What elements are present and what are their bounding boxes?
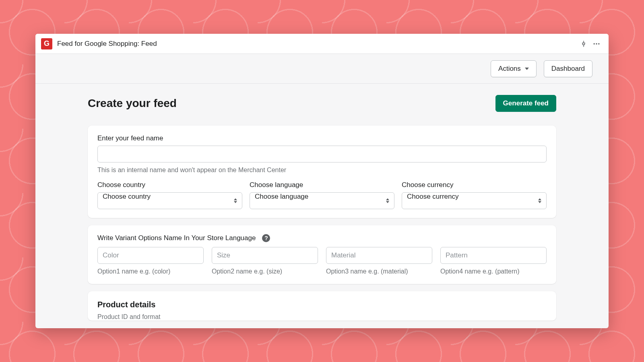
variant-option-2: Option2 name e.g. (size)	[212, 247, 318, 275]
variant-option-4-hint: Option4 name e.g. (pattern)	[440, 268, 547, 275]
variant-options-card: Write Variant Options Name In Your Store…	[88, 225, 556, 284]
toolbar: Actions Dashboard	[35, 54, 609, 84]
feed-name-label: Enter your feed name	[97, 134, 547, 142]
titlebar: G Feed for Google Shopping: Feed	[35, 34, 609, 54]
variant-option-3-input[interactable]	[326, 247, 432, 264]
variant-option-2-input[interactable]	[212, 247, 318, 264]
help-icon[interactable]: ?	[262, 234, 270, 242]
country-select[interactable]: Choose country	[97, 192, 242, 209]
currency-select[interactable]: Choose currency	[402, 192, 547, 209]
generate-feed-label: Generate feed	[503, 99, 549, 107]
actions-button-label: Actions	[498, 65, 521, 73]
variant-heading: Write Variant Options Name In Your Store…	[97, 234, 256, 242]
language-field: Choose language Choose language	[250, 181, 394, 209]
country-label: Choose country	[97, 181, 242, 189]
chevron-down-icon	[525, 68, 529, 70]
currency-field: Choose currency Choose currency	[402, 181, 547, 209]
svg-point-0	[594, 43, 595, 44]
variant-option-1-hint: Option1 name e.g. (color)	[97, 268, 204, 275]
actions-button[interactable]: Actions	[491, 60, 537, 77]
language-label: Choose language	[250, 181, 394, 189]
titlebar-title: Feed for Google Shopping: Feed	[57, 40, 157, 48]
variant-option-1-input[interactable]	[97, 247, 204, 264]
currency-label: Choose currency	[402, 181, 547, 189]
more-icon[interactable]	[590, 37, 603, 50]
svg-point-2	[598, 43, 599, 44]
page-header: Create your feed Generate feed	[88, 95, 556, 112]
content-area: Create your feed Generate feed Enter you…	[35, 84, 609, 328]
product-details-title: Product details	[97, 300, 547, 309]
app-logo-icon: G	[41, 38, 52, 49]
page-title: Create your feed	[88, 97, 177, 110]
product-details-sub: Product ID and format	[97, 313, 547, 321]
pin-icon[interactable]	[577, 37, 590, 50]
dashboard-button-label: Dashboard	[551, 65, 585, 73]
variant-option-3-hint: Option3 name e.g. (material)	[326, 268, 432, 275]
variant-option-4-input[interactable]	[440, 247, 547, 264]
variant-option-1: Option1 name e.g. (color)	[97, 247, 204, 275]
svg-point-1	[596, 43, 597, 44]
language-select[interactable]: Choose language	[250, 192, 394, 209]
country-field: Choose country Choose country	[97, 181, 242, 209]
variant-option-2-hint: Option2 name e.g. (size)	[212, 268, 318, 275]
generate-feed-button[interactable]: Generate feed	[495, 95, 556, 112]
product-details-card: Product details Product ID and format	[88, 291, 556, 321]
feed-name-help: This is an internal name and won't appea…	[97, 167, 547, 174]
feed-settings-card: Enter your feed name This is an internal…	[88, 125, 556, 218]
feed-name-input[interactable]	[97, 146, 547, 162]
dashboard-button[interactable]: Dashboard	[544, 60, 592, 77]
variant-option-4: Option4 name e.g. (pattern)	[440, 247, 547, 275]
app-window: G Feed for Google Shopping: Feed Actions…	[35, 34, 609, 328]
variant-option-3: Option3 name e.g. (material)	[326, 247, 432, 275]
